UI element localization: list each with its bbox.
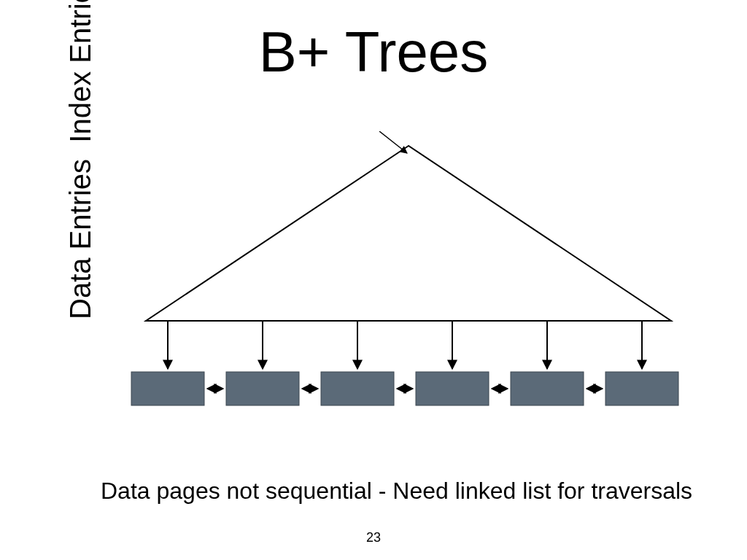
vertical-axis-label: Data Entries Index Entries xyxy=(64,0,97,319)
page-number: 23 xyxy=(0,530,747,545)
leaf-box xyxy=(226,372,299,405)
index-triangle xyxy=(146,146,671,321)
caption-text: Data pages not sequential - Need linked … xyxy=(101,478,692,505)
leaf-box xyxy=(321,372,394,405)
fanout-arrows xyxy=(168,321,642,369)
leaf-box xyxy=(131,372,204,405)
leaf-box xyxy=(511,372,584,405)
index-entries-label: Index Entries xyxy=(64,0,96,143)
data-entries-label: Data Entries xyxy=(64,159,96,319)
leaf-box xyxy=(416,372,489,405)
slide-title: B+ Trees xyxy=(0,19,747,85)
bplus-tree-diagram xyxy=(117,131,700,467)
leaf-box xyxy=(605,372,678,405)
